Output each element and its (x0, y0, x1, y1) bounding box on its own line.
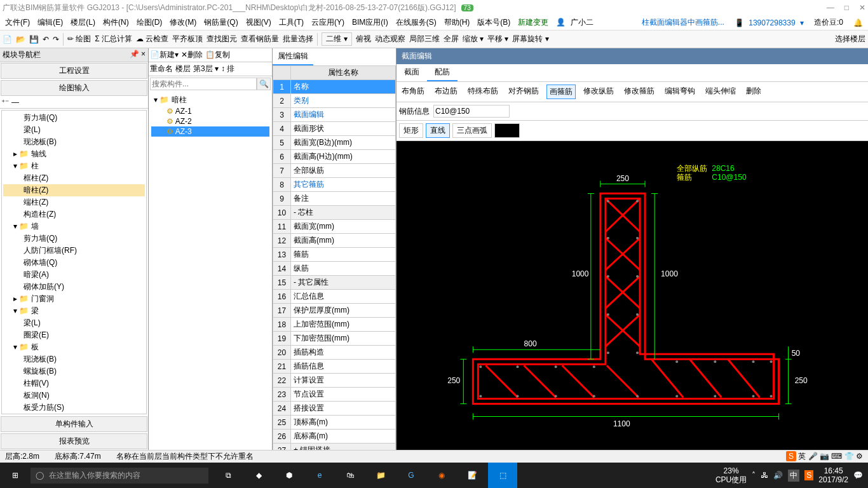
property-row[interactable]: 14 纵筋 (273, 262, 396, 276)
tree-expand-icon[interactable]: ⁺⁻ (1, 98, 9, 107)
property-row[interactable]: 10- 芯柱 (273, 206, 396, 220)
property-row[interactable]: 15- 其它属性 (273, 276, 396, 290)
section-editor-link[interactable]: 柱截面编辑器中画箍筋... (639, 16, 727, 29)
project-settings-button[interactable]: 工程设置 (1, 63, 147, 79)
property-row[interactable]: 23 节点设置 (273, 388, 396, 402)
property-row[interactable]: 17 保护层厚度(mm) (273, 304, 396, 318)
list-item[interactable]: ⚙ AZ-3 (151, 126, 269, 137)
menu-file[interactable]: 文件(F) (3, 16, 32, 29)
rebar-info-input[interactable] (433, 105, 510, 118)
pan-button[interactable]: 平移 ▾ (487, 34, 508, 44)
menu-edit[interactable]: 编辑(E) (35, 16, 65, 29)
property-tab[interactable]: 属性编辑 (273, 48, 313, 65)
property-row[interactable]: 7全部纵筋 (273, 164, 396, 178)
property-row[interactable]: 4截面形状 (273, 122, 396, 136)
rebar-tool[interactable]: 画箍筋 (546, 85, 576, 99)
view-rebar-button[interactable]: 查看钢筋量 (241, 34, 279, 44)
floor-dropdown[interactable]: 第3层 ▾ (193, 64, 219, 74)
draw-mode[interactable]: 三点画弧 (452, 123, 492, 138)
search-button[interactable]: 🔍 (257, 78, 271, 90)
rebar-tool[interactable]: 端头伸缩 (703, 85, 738, 99)
property-row[interactable]: 20 插筋构造 (273, 346, 396, 360)
new-icon[interactable]: 📄 (3, 35, 12, 44)
property-row[interactable]: 1名称 (273, 80, 396, 94)
tray-volume-icon[interactable]: 🔊 (773, 471, 783, 480)
tree-node[interactable]: 板洞(N) (3, 390, 145, 402)
tree-node[interactable]: ▾ 📁 柱 (3, 160, 145, 172)
tree-node[interactable]: ▾ 📁 梁 (3, 305, 145, 317)
minimize-icon[interactable]: — (827, 3, 834, 12)
property-row[interactable]: 19 下加密范围(mm) (273, 332, 396, 346)
bell-icon[interactable]: 🔔 (851, 17, 865, 29)
tree-node[interactable]: ▸ 📁 轴线 (3, 148, 145, 160)
tree-node[interactable]: ▾ 📁 墙 (3, 220, 145, 233)
tree-node[interactable]: 螺旋板(B) (3, 365, 145, 377)
property-row[interactable]: 16 汇总信息 (273, 290, 396, 304)
taskbar-app-2[interactable]: ⬢ (275, 463, 304, 488)
taskbar-current-app[interactable]: ⬚ (488, 463, 517, 488)
delete-button[interactable]: ✕删除 (181, 50, 203, 60)
fullscreen-button[interactable]: 全屏 (444, 34, 459, 44)
find-element-button[interactable]: 查找图元 (207, 34, 237, 44)
tree-node[interactable]: 现浇板(B) (3, 353, 145, 365)
draw-mode[interactable]: 直线 (426, 123, 450, 138)
menu-tool[interactable]: 工具(T) (276, 16, 306, 29)
rebar-tool[interactable]: 修改纵筋 (581, 85, 616, 99)
menu-floor[interactable]: 楼层(L) (68, 16, 98, 29)
cloud-check-button[interactable]: ☁ 云检查 (136, 34, 168, 44)
tree-node[interactable]: ▾ 📁 板 (3, 341, 145, 353)
rotate-button[interactable]: 屏幕旋转 ▾ (512, 34, 548, 44)
tray-up-icon[interactable]: ˄ (752, 471, 756, 480)
tray-ime-icon[interactable]: 中 (788, 470, 799, 482)
taskbar-clock[interactable]: 16:452017/9/2 (818, 466, 848, 485)
property-row[interactable]: 5截面宽(B边)(mm) (273, 136, 396, 150)
property-row[interactable]: 26 底标高(m) (273, 430, 396, 444)
tree-node[interactable]: 圈梁(E) (3, 329, 145, 341)
section-tab[interactable]: 配筋 (427, 64, 458, 81)
list-item[interactable]: ⚙ AZ-1 (151, 106, 269, 116)
top-view-button[interactable]: 俯视 (356, 34, 371, 44)
tree-node[interactable]: 梁(L) (3, 317, 145, 329)
close-icon[interactable]: ✕ (859, 3, 865, 12)
start-button[interactable]: ⊞ (0, 471, 31, 480)
property-row[interactable]: 12 截面高(mm) (273, 234, 396, 248)
tree-node[interactable]: 剪力墙(Q) (3, 112, 145, 124)
list-root[interactable]: ▾ 📁 暗柱 (151, 94, 269, 106)
tray-network-icon[interactable]: 🖧 (761, 471, 768, 480)
menu-rebar[interactable]: 钢筋量(Q) (201, 16, 240, 29)
taskbar-edge-icon[interactable]: e (305, 463, 334, 488)
property-row[interactable]: 21 插筋信息 (273, 360, 396, 374)
batch-select-button[interactable]: 批量选择 (283, 34, 313, 44)
property-row[interactable]: 27+ 锚固搭接 (273, 444, 396, 451)
select-floor-button[interactable]: 选择楼层 (835, 34, 865, 44)
draw-input-button[interactable]: 绘图输入 (1, 80, 147, 96)
redo-icon[interactable]: ↷ (53, 35, 59, 44)
menu-modify[interactable]: 修改(M) (167, 16, 199, 29)
taskbar-app-1[interactable]: ◆ (244, 463, 273, 488)
local-3d-button[interactable]: 局部三维 (409, 34, 440, 44)
menu-help[interactable]: 帮助(H) (442, 16, 473, 29)
taskbar-store-icon[interactable]: 🛍 (336, 463, 365, 488)
draw-button[interactable]: ✏ 绘图 (67, 34, 91, 44)
rebar-tool[interactable]: 布边筋 (432, 85, 460, 99)
tree-node[interactable]: 板受力筋(S) (3, 402, 145, 414)
tree-collapse-icon[interactable]: — (11, 98, 19, 107)
menu-bim[interactable]: BIM应用(I) (349, 16, 391, 29)
list-item[interactable]: ⚙ AZ-2 (151, 116, 269, 126)
tree-node[interactable]: 端柱(Z) (3, 196, 145, 208)
menu-component[interactable]: 构件(N) (100, 16, 132, 29)
tree-node[interactable]: 人防门框墙(RF) (3, 245, 145, 257)
rebar-tool[interactable]: 布角筋 (399, 85, 427, 99)
taskbar-explorer-icon[interactable]: 📁 (366, 463, 395, 488)
menu-draw[interactable]: 绘图(D) (134, 16, 165, 29)
tree-node[interactable]: 框柱(Z) (3, 172, 145, 184)
search-input[interactable] (150, 78, 257, 90)
taskbar-app-3[interactable]: G (397, 463, 426, 488)
new-button[interactable]: 📄新建▾ (150, 50, 179, 60)
pin-icon[interactable]: 📌 × (130, 50, 146, 60)
sum-button[interactable]: Σ 汇总计算 (95, 34, 132, 44)
task-view-icon[interactable]: ⧉ (214, 463, 243, 488)
rebar-tool[interactable]: 删除 (743, 85, 764, 99)
property-row[interactable]: 9备注 (273, 192, 396, 206)
tree-node[interactable]: 柱帽(V) (3, 377, 145, 390)
